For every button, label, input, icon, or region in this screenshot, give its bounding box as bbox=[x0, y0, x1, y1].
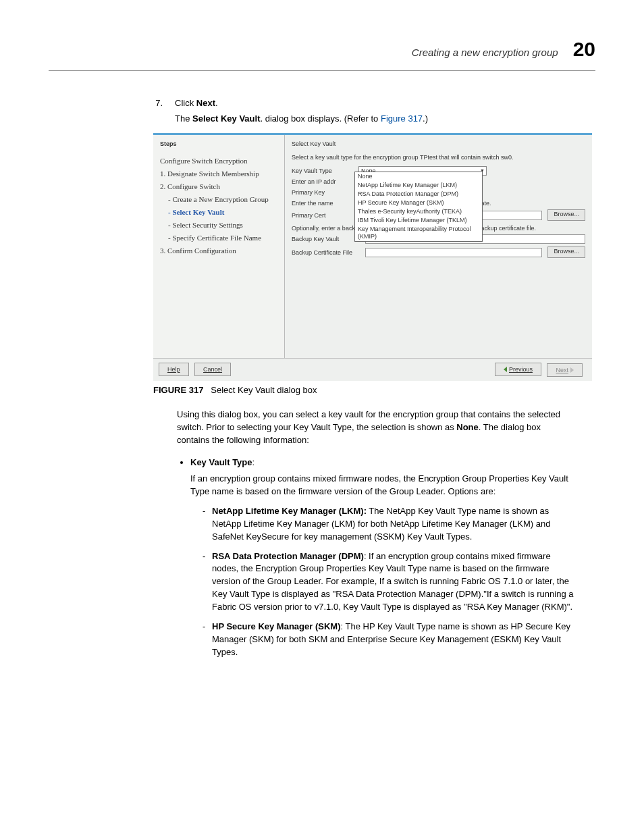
step-text: Click Next. bbox=[175, 98, 589, 108]
chapter-number: 20 bbox=[573, 38, 595, 61]
intro-paragraph: Using this dialog box, you can select a … bbox=[177, 409, 575, 447]
previous-button[interactable]: Previous bbox=[495, 363, 541, 376]
wizard-step-3: 3. Confirm Configuration bbox=[160, 246, 277, 255]
step-number: 7. bbox=[153, 98, 163, 108]
option-lkm: NetApp Lifetime Key Manager (LKM): The N… bbox=[203, 505, 575, 544]
key-vault-type-dropdown[interactable]: None NetApp Lifetime Key Manager (LKM) R… bbox=[354, 172, 483, 242]
kvt-option-none[interactable]: None bbox=[355, 172, 482, 181]
steps-title: Steps bbox=[160, 140, 277, 147]
wizard-steps-pane: Steps Configure Switch Encryption 1. Des… bbox=[153, 135, 285, 358]
wizard-step-1: 1. Designate Switch Membership bbox=[160, 170, 277, 178]
option-dpm: RSA Data Protection Manager (DPM): If an… bbox=[203, 550, 575, 614]
wizard-step-2a: - Create a New Encryption Group bbox=[168, 195, 277, 203]
cancel-button[interactable]: Cancel bbox=[194, 363, 231, 376]
kvt-option-teka[interactable]: Thales e-Security keyAuthority (TEKA) bbox=[355, 207, 482, 216]
primary-key-label: Primary Key bbox=[292, 189, 356, 196]
kvt-option-lkm[interactable]: NetApp Lifetime Key Manager (LKM) bbox=[355, 181, 482, 190]
wizard-step-2: 2. Configure Switch bbox=[160, 182, 277, 190]
option-skm: HP Secure Key Manager (SKM): The HP Key … bbox=[203, 621, 575, 659]
select-key-vault-dialog: Steps Configure Switch Encryption 1. Des… bbox=[153, 133, 592, 381]
triangle-left-icon bbox=[504, 367, 507, 372]
kvt-option-dpm[interactable]: RSA Data Protection Manager (DPM) bbox=[355, 190, 482, 199]
next-button[interactable]: Next bbox=[547, 363, 583, 377]
step-description: The Select Key Vault. dialog box display… bbox=[175, 113, 589, 124]
name-label: Enter the name bbox=[292, 200, 356, 207]
wizard-step-2c: - Select Security Settings bbox=[168, 221, 277, 229]
key-vault-type-label: Key Vault Type bbox=[292, 167, 356, 174]
kvt-option-skm[interactable]: HP Secure Key Manager (SKM) bbox=[355, 199, 482, 207]
help-button[interactable]: Help bbox=[159, 363, 189, 376]
key-vault-type-bullet: Key Vault Type: If an encryption group c… bbox=[190, 457, 575, 659]
backup-kv-label: Backup Key Vault bbox=[292, 236, 363, 242]
wizard-step-2b-current: - Select Key Vault bbox=[168, 208, 277, 216]
select-key-vault-pane: Select Key Vault Select a key vault type… bbox=[285, 135, 592, 358]
triangle-right-icon bbox=[570, 367, 574, 373]
browse-button-primary[interactable]: Browse... bbox=[547, 209, 585, 221]
pane-heading: Select Key Vault bbox=[292, 140, 585, 147]
wizard-step-2d: - Specify Certificate File Name bbox=[168, 234, 277, 242]
header-rule bbox=[49, 70, 595, 71]
figure-caption: FIGURE 317 Select Key Vault dialog box bbox=[153, 385, 595, 395]
backup-cert-input[interactable] bbox=[365, 248, 542, 257]
figure-link[interactable]: Figure 317 bbox=[381, 113, 423, 124]
wizard-heading: Configure Switch Encryption bbox=[160, 157, 277, 165]
pane-instruction: Select a key vault type for the encrypti… bbox=[292, 154, 585, 161]
kvt-option-tklm[interactable]: IBM Tivoli Key Lifetime Manager (TKLM) bbox=[355, 216, 482, 225]
kvt-option-kmip[interactable]: Key Management Interoperability Protocol… bbox=[355, 225, 482, 241]
page-title: Creating a new encryption group bbox=[412, 47, 558, 58]
ip-label: Enter an IP addr bbox=[292, 178, 356, 185]
primary-cert-label: Primary Cert bbox=[292, 212, 356, 219]
backup-cert-label: Backup Certificate File bbox=[292, 249, 363, 256]
browse-button-backup[interactable]: Browse... bbox=[547, 246, 585, 258]
